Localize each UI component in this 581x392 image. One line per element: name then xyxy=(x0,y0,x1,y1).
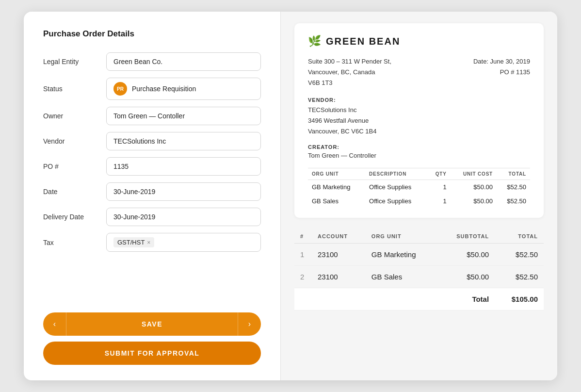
tax-value: GST/HST xyxy=(117,239,145,246)
status-label: Status xyxy=(43,85,106,93)
creator-section-label: CREATOR: xyxy=(308,144,530,150)
date-input[interactable] xyxy=(106,182,261,201)
invoice-col-orgunit: ORG UNIT xyxy=(308,168,365,180)
owner-label: Owner xyxy=(43,112,106,120)
total-row: Total $105.00 xyxy=(294,288,544,310)
sum-row2-total: $52.50 xyxy=(495,265,544,288)
sum-row2-account: 23100 xyxy=(312,265,366,288)
legal-entity-label: Legal Entity xyxy=(43,58,106,65)
sum-col-num: # xyxy=(294,229,312,244)
sum-row1-subtotal: $50.00 xyxy=(438,243,495,265)
invoice-po: PO # 1135 xyxy=(473,67,530,78)
invoice-meta: Suite 300 – 311 W Pender St, Vancouver, … xyxy=(308,56,530,88)
buttons-area: ‹ SAVE › SUBMIT FOR APPROVAL xyxy=(43,312,261,365)
date-row: Date xyxy=(43,182,261,201)
main-card: Purchase Order Details Legal Entity Stat… xyxy=(24,12,557,380)
status-badge: PR xyxy=(113,82,127,96)
status-row: Status PR Purchase Requisition xyxy=(43,78,261,100)
vendor-address2: Vancouver, BC V6C 1B4 xyxy=(308,126,530,137)
sum-row-1: 1 23100 GB Marketing $50.00 $52.50 xyxy=(294,243,544,265)
legal-entity-row: Legal Entity xyxy=(43,52,261,71)
vendor-address1: 3496 Westfall Avenue xyxy=(308,115,530,126)
invoice-card: 🌿 GREEN BEAN Suite 300 – 311 W Pender St… xyxy=(294,23,544,218)
invoice-col-total: TOTAL xyxy=(497,168,530,180)
sum-col-total: TOTAL xyxy=(495,229,544,244)
creator-name: Tom Green — Controller xyxy=(308,152,530,159)
invoice-row-2: GB Sales Office Supplies 1 $50.00 $52.50 xyxy=(308,194,530,208)
invoice-header: 🌿 GREEN BEAN xyxy=(308,35,530,48)
invoice-row2-desc: Office Supplies xyxy=(365,194,427,208)
invoice-row1-unitcost: $50.00 xyxy=(451,180,497,194)
delivery-date-row: Delivery Date xyxy=(43,208,261,226)
left-panel: Purchase Order Details Legal Entity Stat… xyxy=(24,12,281,380)
invoice-col-qty: QTY xyxy=(427,168,451,180)
address-line1: Suite 300 – 311 W Pender St, xyxy=(308,56,391,67)
vendor-input[interactable] xyxy=(106,132,261,150)
right-panel: 🌿 GREEN BEAN Suite 300 – 311 W Pender St… xyxy=(281,12,557,380)
po-number-label: PO # xyxy=(43,163,106,170)
sum-row2-orgunit: GB Sales xyxy=(366,265,438,288)
invoice-row1-desc: Office Supplies xyxy=(365,180,427,194)
sum-col-orgunit: ORG UNIT xyxy=(366,229,438,244)
legal-entity-input[interactable] xyxy=(106,52,261,71)
sum-col-subtotal: SUBTOTAL xyxy=(438,229,495,244)
save-row: ‹ SAVE › xyxy=(43,312,261,336)
sum-row1-num: 1 xyxy=(294,243,312,265)
summary-table: # ACCOUNT ORG UNIT SUBTOTAL TOTAL 1 2310… xyxy=(294,229,544,310)
status-field[interactable]: PR Purchase Requisition xyxy=(106,78,261,100)
invoice-date: Date: June 30, 2019 xyxy=(473,56,530,67)
invoice-row2-unitcost: $50.00 xyxy=(451,194,497,208)
next-button[interactable]: › xyxy=(238,312,261,336)
invoice-row2-qty: 1 xyxy=(427,194,451,208)
tax-field[interactable]: GST/HST × xyxy=(106,233,261,252)
leaf-icon: 🌿 xyxy=(308,35,321,48)
sum-col-account: ACCOUNT xyxy=(312,229,366,244)
invoice-vendor-section: VENDOR: TECSolutions Inc 3496 Westfall A… xyxy=(308,97,530,137)
po-number-input[interactable] xyxy=(106,157,261,176)
tax-label: Tax xyxy=(43,239,106,246)
invoice-row2-total: $52.50 xyxy=(497,194,530,208)
invoice-row2-orgunit: GB Sales xyxy=(308,194,365,208)
vendor-row: Vendor xyxy=(43,132,261,150)
company-name: GREEN BEAN xyxy=(326,36,400,47)
prev-button[interactable]: ‹ xyxy=(43,312,66,336)
delivery-date-input[interactable] xyxy=(106,208,261,226)
owner-row: Owner xyxy=(43,107,261,125)
tax-remove-icon[interactable]: × xyxy=(147,239,150,246)
tax-row: Tax GST/HST × xyxy=(43,233,261,252)
invoice-col-description: DESCRIPTION xyxy=(365,168,427,180)
total-spacer xyxy=(294,288,438,310)
address-line3: V6B 1T3 xyxy=(308,78,391,88)
total-label: Total xyxy=(438,288,495,310)
owner-input[interactable] xyxy=(106,107,261,125)
section-title: Purchase Order Details xyxy=(43,29,261,39)
invoice-row1-total: $52.50 xyxy=(497,180,530,194)
tax-tag: GST/HST × xyxy=(113,237,154,247)
invoice-row-1: GB Marketing Office Supplies 1 $50.00 $5… xyxy=(308,180,530,194)
status-value: Purchase Requisition xyxy=(132,85,196,93)
form-rows: Legal Entity Status PR Purchase Requisit… xyxy=(43,52,261,301)
sum-row1-total: $52.50 xyxy=(495,243,544,265)
invoice-row1-qty: 1 xyxy=(427,180,451,194)
po-number-row: PO # xyxy=(43,157,261,176)
vendor-name: TECSolutions Inc xyxy=(308,105,530,115)
vendor-section-label: VENDOR: xyxy=(308,97,530,103)
invoice-row1-orgunit: GB Marketing xyxy=(308,180,365,194)
delivery-date-label: Delivery Date xyxy=(43,213,106,221)
save-button[interactable]: SAVE xyxy=(66,312,238,336)
sum-row2-subtotal: $50.00 xyxy=(438,265,495,288)
sum-row-2: 2 23100 GB Sales $50.00 $52.50 xyxy=(294,265,544,288)
address-block: Suite 300 – 311 W Pender St, Vancouver, … xyxy=(308,56,391,88)
invoice-creator-section: CREATOR: Tom Green — Controller xyxy=(308,144,530,159)
invoice-table: ORG UNIT DESCRIPTION QTY UNIT COST TOTAL… xyxy=(308,168,530,208)
sum-row1-orgunit: GB Marketing xyxy=(366,243,438,265)
sum-row1-account: 23100 xyxy=(312,243,366,265)
vendor-label: Vendor xyxy=(43,137,106,145)
sum-row2-num: 2 xyxy=(294,265,312,288)
total-value: $105.00 xyxy=(495,288,544,310)
submit-button[interactable]: SUBMIT FOR APPROVAL xyxy=(43,342,261,365)
date-block: Date: June 30, 2019 PO # 1135 xyxy=(473,56,530,88)
date-label: Date xyxy=(43,188,106,196)
invoice-col-unitcost: UNIT COST xyxy=(451,168,497,180)
address-line2: Vancouver, BC, Canada xyxy=(308,67,391,78)
